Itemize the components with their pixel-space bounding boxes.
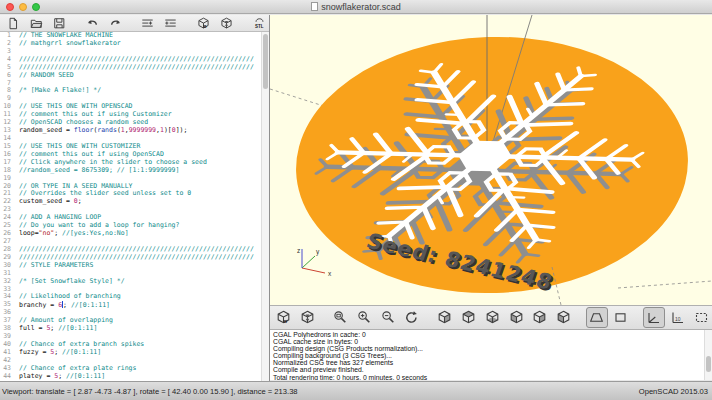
window-title-wrap: snowflakerator.scad <box>0 2 712 12</box>
code-line[interactable]: 44platey = 5; //[0:1:11] <box>0 373 269 381</box>
view-top-glyph <box>461 310 476 325</box>
save-file-icon[interactable] <box>50 16 70 31</box>
document-icon <box>311 2 318 11</box>
view-top-icon[interactable] <box>458 307 480 328</box>
code-text: // STYLE PARAMETERS <box>15 262 93 270</box>
redo-glyph <box>109 17 122 30</box>
view-left-icon[interactable] <box>505 307 527 328</box>
code-line[interactable]: 18//random_seed = 8675309; // [1:1:99999… <box>0 167 269 175</box>
code-editor[interactable]: 1// THE SNOWFLAKE MACHINE2// mathgrrl sn… <box>0 32 269 381</box>
console-scrollbar-thumb[interactable] <box>706 356 711 372</box>
unindent-glyph <box>141 17 154 30</box>
reset-view-glyph <box>404 310 419 325</box>
code-text: loop="no"; //[yes:Yes,no:No] <box>15 230 129 238</box>
indent-glyph <box>164 17 177 30</box>
code-line[interactable]: 32/* [Set Snowflake Style] */ <box>0 278 269 286</box>
view-all-icon[interactable] <box>330 307 352 328</box>
undo-glyph <box>86 17 99 30</box>
code-line[interactable]: 41fuzzy = 5; //[0:1:11] <box>0 349 269 357</box>
title-bar: snowflakerator.scad <box>0 0 712 14</box>
code-line[interactable]: 35branchy = 6; //[0:1:11] <box>0 301 269 309</box>
code-text: // RANDOM SEED <box>15 72 74 80</box>
code-line[interactable]: 6// RANDOM SEED <box>0 72 269 80</box>
editor-scrollbar[interactable] <box>261 32 269 381</box>
perspective-icon[interactable] <box>586 307 608 328</box>
console-scrollbar[interactable] <box>704 330 712 380</box>
axis-indicator-x <box>302 268 325 273</box>
editor-scrollbar-thumb[interactable] <box>263 34 268 89</box>
code-text: full = 5; //[0:1:11] <box>15 325 97 333</box>
code-text: branchy = 6; //[0:1:11] <box>15 301 110 309</box>
code-line[interactable]: 26loop="no"; //[yes:Yes,no:No] <box>0 230 269 238</box>
show-edges-icon[interactable] <box>690 307 712 328</box>
3d-viewport[interactable]: Seed: 8241248 Seed: 8241248 x y z <box>270 15 712 305</box>
console-panel[interactable]: CGAL Polyhedrons in cache: 0CGAL cache s… <box>270 330 712 380</box>
code-text: fuzzy = 5; //[0:1:11] <box>15 349 101 357</box>
right-pane: Seed: 8241248 Seed: 8241248 x y z »10 CG… <box>270 15 712 381</box>
export-stl-icon[interactable]: STL <box>249 16 269 31</box>
console-line: CGAL cache size in bytes: 0 <box>273 338 702 345</box>
line-number: 44 <box>0 373 15 381</box>
view-back-glyph <box>556 310 571 325</box>
zoom-out-glyph <box>381 310 396 325</box>
svg-text:10: 10 <box>675 316 681 322</box>
redo-icon[interactable] <box>105 16 125 31</box>
preview-glyph: » <box>197 17 210 30</box>
perspective-glyph <box>589 310 604 325</box>
preview-icon[interactable]: » <box>273 307 295 328</box>
axis-dashed-right <box>618 281 712 288</box>
svg-text:STL: STL <box>255 23 264 28</box>
zoom-out-icon[interactable] <box>377 307 399 328</box>
view-right-icon[interactable] <box>434 307 456 328</box>
code-line[interactable]: 22custom_seed = 0; <box>0 198 269 206</box>
view-left-glyph <box>509 310 524 325</box>
code-line[interactable]: 13random_seed = floor(rands(1,9999999,1)… <box>0 127 269 135</box>
new-file-glyph <box>7 17 20 30</box>
render-glyph <box>220 17 233 30</box>
code-line[interactable]: 38full = 5; //[0:1:11] <box>0 325 269 333</box>
code-line[interactable]: 30// STYLE PARAMETERS <box>0 262 269 270</box>
view-bottom-glyph <box>485 310 500 325</box>
indent-icon[interactable] <box>161 16 181 31</box>
preview-icon[interactable]: » <box>194 16 214 31</box>
render-icon[interactable] <box>297 307 319 328</box>
open-file-icon[interactable] <box>27 16 47 31</box>
show-edges-glyph <box>694 310 709 325</box>
zoom-in-icon[interactable] <box>354 307 376 328</box>
code-text: random_seed = floor(rands(1,9999999,1)[0… <box>15 127 187 135</box>
version-text: OpenSCAD 2015.03 <box>639 387 708 396</box>
render-glyph <box>300 310 315 325</box>
undo-icon[interactable] <box>82 16 102 31</box>
code-line[interactable]: 8/* [Make A Flake!] */ <box>0 87 269 95</box>
code-text: // mathgrrl snowflakerator <box>15 40 121 48</box>
console-line: Compiling design (CSG Products normaliza… <box>273 345 702 352</box>
view-front-icon[interactable] <box>529 307 551 328</box>
editor-pane: »STL 1// THE SNOWFLAKE MACHINE2// mathgr… <box>0 15 269 381</box>
unindent-icon[interactable] <box>138 16 158 31</box>
axis-label-x: x <box>328 270 332 277</box>
console-line: Compiling background (3 CSG Trees)... <box>273 352 702 359</box>
render-icon[interactable] <box>216 16 236 31</box>
reset-view-icon[interactable] <box>401 307 423 328</box>
console-line: Normalized CSG tree has 327 elements <box>273 359 702 366</box>
new-file-icon[interactable] <box>4 16 24 31</box>
orthogonal-icon[interactable] <box>610 307 632 328</box>
code-text: /* [Set Snowflake Style] */ <box>15 278 125 286</box>
viewport-toolbar: »10 <box>270 305 712 330</box>
view-back-icon[interactable] <box>553 307 575 328</box>
orthogonal-glyph <box>613 310 628 325</box>
view-bottom-icon[interactable] <box>482 307 504 328</box>
axis-label-z: z <box>297 247 300 254</box>
code-line[interactable]: 2// mathgrrl snowflakerator <box>0 40 269 48</box>
view-all-glyph <box>333 310 348 325</box>
show-axes-icon[interactable] <box>643 307 665 328</box>
show-scale-markers-icon[interactable]: 10 <box>667 307 689 328</box>
preview-glyph: » <box>276 310 291 325</box>
show-scale-markers-glyph: 10 <box>670 310 685 325</box>
view-right-glyph <box>437 310 452 325</box>
code-text: //random_seed = 8675309; // [1:1:9999999… <box>15 167 179 175</box>
axis-label-y: y <box>316 248 320 256</box>
open-file-glyph <box>30 17 43 30</box>
svg-text:»: » <box>203 22 207 29</box>
console-line: CGAL Polyhedrons in cache: 0 <box>273 331 702 338</box>
